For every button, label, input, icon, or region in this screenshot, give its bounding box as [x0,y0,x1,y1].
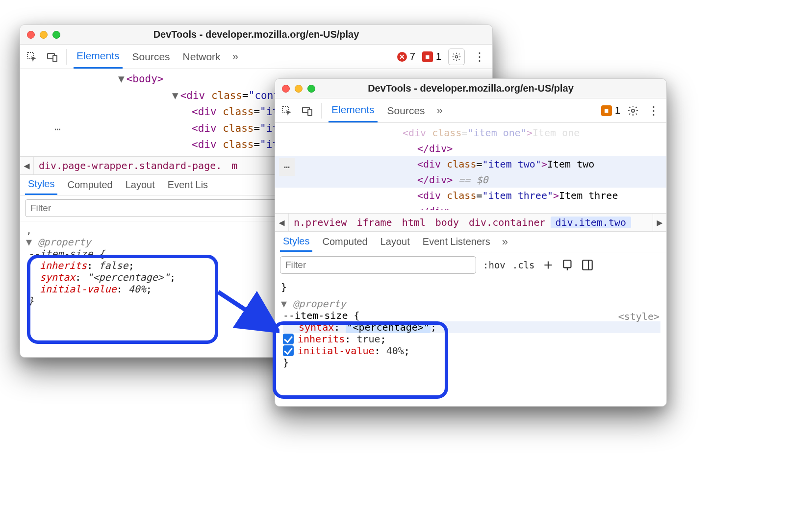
error-icon: ✕ [397,52,407,62]
tab-elements[interactable]: Elements [74,45,123,69]
cls-toggle[interactable]: .cls [512,260,535,270]
main-toolbar: Elements Sources Network » ✕ 7 ■ 1 ⋮ [20,45,492,69]
svg-rect-2 [53,55,57,62]
issue-icon: ■ [601,105,612,116]
rule-close-brace: } [281,281,660,293]
styles-rules[interactable]: } ▼ @property <style> --item-size { synt… [275,278,666,376]
titlebar: DevTools - developer.mozilla.org/en-US/p… [20,25,492,45]
issue-count: 1 [615,105,620,116]
breadcrumb-item-active[interactable]: div.item.two [551,217,632,228]
kebab-menu-icon[interactable]: ⋮ [472,50,487,64]
more-tabs-icon[interactable]: » [435,104,445,117]
css-declaration[interactable]: initial-value: 40%; [283,345,660,357]
titlebar: DevTools - developer.mozilla.org/en-US/p… [275,79,666,98]
traffic-lights [282,85,315,93]
subtab-computed[interactable]: Computed [64,175,115,195]
breadcrumb-item[interactable]: div.page-wrapper.standard-page. [34,160,227,171]
breadcrumb-bar: ◀ n.preview iframe html body div.contain… [275,213,666,232]
zoom-icon[interactable] [52,31,60,39]
rule-close-brace: } [283,357,660,368]
issue-count: 1 [436,51,441,62]
svg-point-7 [632,109,634,112]
window-title: DevTools - developer.mozilla.org/en-US/p… [368,83,574,94]
hov-toggle[interactable]: :hov [483,260,506,270]
breadcrumb-next-icon[interactable]: ▶ [653,214,666,231]
separator [66,49,67,65]
breadcrumb-prev-icon[interactable]: ◀ [275,214,289,231]
at-rule[interactable]: ▼ @property [281,298,660,310]
breadcrumb-item[interactable]: iframe [352,217,397,228]
devtools-window-2: DevTools - developer.mozilla.org/en-US/p… [275,78,667,407]
dom-node[interactable]: </div> [275,141,666,156]
breadcrumb-item[interactable]: m [227,160,242,171]
separator [321,103,322,119]
ellipsis-icon[interactable]: ⋯ [279,158,295,176]
traffic-lights [27,31,60,39]
subtab-event-listeners[interactable]: Event Listeners [420,232,493,252]
checkbox-icon[interactable] [283,345,294,356]
window-title: DevTools - developer.mozilla.org/en-US/p… [153,29,359,40]
tab-network[interactable]: Network [180,45,224,69]
rule-source[interactable]: <style> [618,311,659,322]
tab-sources[interactable]: Sources [129,45,173,69]
ellipsis-icon[interactable]: ⋯ [50,121,66,139]
dom-node[interactable]: </div> [275,203,666,210]
main-toolbar: Elements Sources » ■ 1 ⋮ [275,98,666,123]
styles-subtabs: Styles Computed Layout Event Listeners » [275,232,666,252]
issue-icon: ■ [422,51,433,62]
settings-button[interactable] [448,48,465,65]
tab-elements[interactable]: Elements [329,98,378,122]
tab-sources[interactable]: Sources [384,98,428,122]
minimize-icon[interactable] [40,31,48,39]
checkbox-icon[interactable] [283,334,294,344]
breadcrumb-prev-icon[interactable]: ◀ [20,157,34,174]
filter-input[interactable] [280,256,476,274]
close-icon[interactable] [27,31,35,39]
more-tabs-icon[interactable]: » [230,50,240,63]
dom-node-selected[interactable]: </div> == $0 [275,172,666,188]
new-style-rule-icon[interactable] [542,259,555,271]
dom-node[interactable]: <div class="item three">Item three [275,188,666,203]
device-toolbar-icon[interactable] [46,50,59,64]
dom-tree[interactable]: <div class="item one">Item one </div> <d… [275,123,666,213]
subtab-styles[interactable]: Styles [280,232,312,252]
issue-badge[interactable]: ■ 1 [422,51,441,62]
rule-selector[interactable]: --item-size { [283,310,660,321]
minimize-icon[interactable] [295,85,303,93]
error-badge[interactable]: ✕ 7 [397,51,415,62]
format-icon[interactable] [561,259,574,271]
computed-panel-icon[interactable] [581,259,594,271]
subtab-layout[interactable]: Layout [123,175,158,195]
dom-node-selected[interactable]: <div class="item two">Item two [275,156,666,172]
inspect-element-icon[interactable] [280,104,294,118]
svg-rect-6 [308,109,312,116]
breadcrumb-item[interactable]: n.preview [289,217,352,228]
styles-filter-bar: :hov .cls [275,252,666,278]
svg-point-3 [456,55,458,58]
error-count: 7 [410,51,415,62]
breadcrumb-item[interactable]: body [430,217,464,228]
breadcrumb-item[interactable]: html [397,217,430,228]
more-subtabs-icon[interactable]: » [500,236,510,248]
subtab-layout[interactable]: Layout [378,232,413,252]
subtab-computed[interactable]: Computed [319,232,370,252]
subtab-event-listeners[interactable]: Event Lis [165,175,211,195]
css-declaration[interactable]: syntax: "<percentage>"; [283,321,660,333]
inspect-element-icon[interactable] [25,50,39,64]
value-editing: "<percentage>" [346,321,430,333]
zoom-icon[interactable] [307,85,315,93]
svg-rect-8 [563,260,571,267]
dom-node[interactable]: <div class="item one">Item one [275,125,666,141]
device-toolbar-icon[interactable] [301,104,314,118]
breadcrumb-item[interactable]: div.container [464,217,551,228]
subtab-styles[interactable]: Styles [25,175,57,195]
css-declaration[interactable]: inherits: true; [283,333,660,345]
settings-icon[interactable] [627,104,639,118]
close-icon[interactable] [282,85,290,93]
svg-rect-9 [582,260,592,270]
kebab-menu-icon[interactable]: ⋮ [646,104,661,118]
issue-badge[interactable]: ■ 1 [601,105,620,116]
